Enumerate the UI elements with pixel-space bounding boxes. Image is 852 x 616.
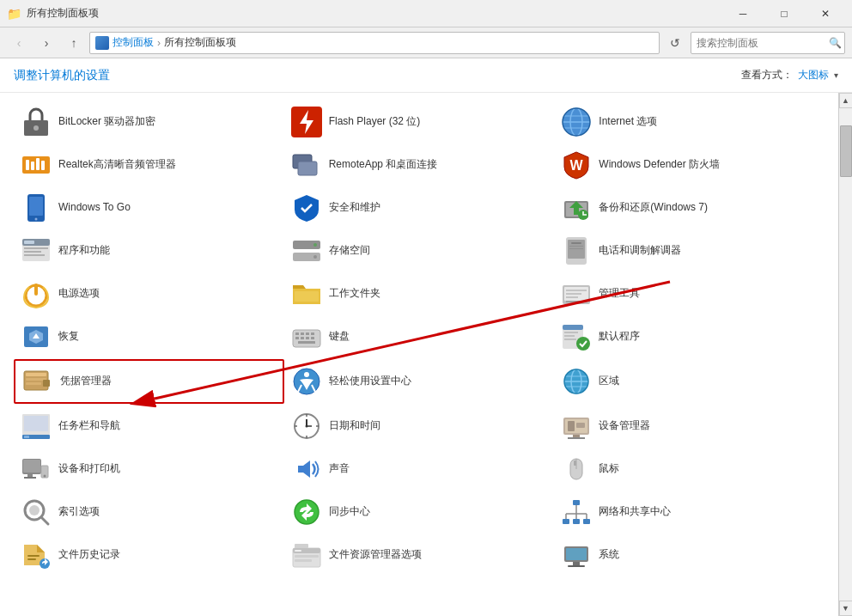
svg-rect-42 [569,248,583,249]
list-item[interactable]: 鼠标 [554,448,825,490]
svg-rect-22 [29,197,43,216]
svg-rect-56 [306,332,309,335]
title-bar-controls: ─ □ ✕ [723,0,845,27]
item-label: 任务栏和导航 [58,419,120,433]
svg-rect-54 [295,332,299,335]
svg-rect-55 [301,332,304,335]
svg-rect-125 [27,555,40,557]
list-item[interactable]: 同步中心 [284,491,555,533]
list-item[interactable]: 索引选项 [14,491,284,533]
scrollbar-thumb[interactable] [840,125,852,177]
list-item[interactable]: 存储空间 [284,230,555,271]
svg-rect-126 [27,558,36,560]
list-item[interactable]: 声音 [284,448,555,490]
list-item[interactable]: 设备管理器 [554,406,825,447]
minimize-button[interactable]: ─ [723,0,763,27]
list-item[interactable]: 设备和打印机 [14,448,284,490]
view-dropdown-icon[interactable]: ▾ [834,70,838,80]
svg-rect-100 [576,423,585,428]
item-label: 文件历史记录 [58,548,120,562]
item-label: 鼠标 [599,462,619,476]
wintogo-icon [21,192,52,223]
list-item[interactable]: 轻松使用设置中心 [284,359,555,404]
svg-rect-30 [24,241,34,244]
svg-rect-102 [568,437,585,439]
list-item[interactable]: BitLocker 驱动器加密 [14,101,284,143]
credential-item[interactable]: 凭据管理器 [14,359,284,404]
backup-icon [561,192,592,223]
defender-icon: W [561,149,592,180]
search-bar[interactable]: 🔍 [691,32,845,54]
list-item[interactable]: Windows To Go [14,187,284,229]
svg-rect-119 [583,519,590,524]
item-label: Realtek高清晰音频管理器 [58,158,176,172]
list-item[interactable]: 安全和维护 [284,187,555,229]
list-item[interactable]: 默认程序 [554,316,825,357]
item-label: Windows To Go [58,201,131,215]
scrollbar-up-button[interactable]: ▲ [839,93,853,108]
svg-rect-14 [36,158,40,170]
list-item[interactable]: 备份和还原(Windows 7) [554,187,825,229]
list-item[interactable]: 日期和时间 [284,406,555,447]
svg-text:W: W [570,158,584,173]
svg-point-68 [576,337,590,351]
list-item[interactable]: 电话和调制解调器 [554,230,825,271]
scrollbar-down-button[interactable]: ▼ [839,601,853,616]
list-item[interactable]: Flash Player (32 位) [284,101,555,143]
svg-rect-66 [564,335,575,337]
refresh-button[interactable]: ↺ [663,32,687,54]
svg-rect-33 [24,254,45,256]
list-item[interactable]: 管理工具 [554,273,825,314]
svg-rect-105 [27,474,33,477]
scrollbar[interactable]: ▲ ▼ [838,93,852,616]
svg-rect-135 [566,548,587,560]
list-item[interactable]: RemoteApp 和桌面连接 [284,144,555,186]
realtek-icon [21,149,52,180]
sound-icon [291,454,322,485]
svg-line-114 [41,517,48,524]
filehistory-icon [21,540,52,570]
list-item[interactable]: 键盘 [284,316,555,357]
list-item[interactable]: 程序和功能 [14,230,284,271]
list-item[interactable]: Internet 选项 [554,101,825,143]
list-item[interactable]: Realtek高清晰音频管理器 [14,144,284,186]
list-item[interactable]: 区域 [554,359,825,404]
region-icon [561,366,592,397]
bitlocker-icon [21,107,52,137]
svg-point-37 [313,255,317,259]
list-item[interactable]: 工作文件夹 [284,273,555,314]
list-item[interactable]: 文件资源管理器选项 [284,534,555,576]
item-label: 同步中心 [329,505,370,519]
svg-point-36 [313,243,317,247]
list-item[interactable]: 电源选项 [14,273,284,314]
list-item[interactable]: 网络和共享中心 [554,491,825,533]
forward-button[interactable]: › [34,31,58,55]
svg-rect-12 [26,160,29,170]
system-icon [561,540,592,570]
back-button[interactable]: ‹ [7,31,31,55]
svg-rect-67 [564,338,576,340]
view-mode-button[interactable]: 大图标 [798,68,829,82]
svg-rect-18 [298,162,317,175]
list-item[interactable]: 文件历史记录 [14,534,284,576]
item-label: Windows Defender 防火墙 [599,158,720,172]
svg-rect-57 [311,332,314,335]
search-input[interactable] [697,37,825,49]
svg-rect-137 [568,565,585,567]
devices-icon [21,454,52,485]
grid-layout: BitLocker 驱动器加密 Flash Player (32 位) [14,101,825,576]
list-item[interactable]: 恢复 [14,316,284,357]
list-item[interactable]: 系统 [554,534,825,576]
svg-rect-64 [563,325,583,330]
address-bar[interactable]: 控制面板 › 所有控制面板项 [89,32,660,54]
list-item[interactable]: 任务栏和导航 [14,406,284,447]
list-item[interactable]: W Windows Defender 防火墙 [554,144,825,186]
svg-rect-26 [574,208,579,215]
up-button[interactable]: ↑ [62,31,86,55]
page-title: 调整计算机的设置 [14,68,110,83]
maximize-button[interactable]: □ [764,0,804,27]
title-bar-left: 📁 所有控制面板项 [7,6,99,21]
credential-icon [22,366,53,397]
close-button[interactable]: ✕ [806,0,845,27]
programs-icon [21,235,52,266]
